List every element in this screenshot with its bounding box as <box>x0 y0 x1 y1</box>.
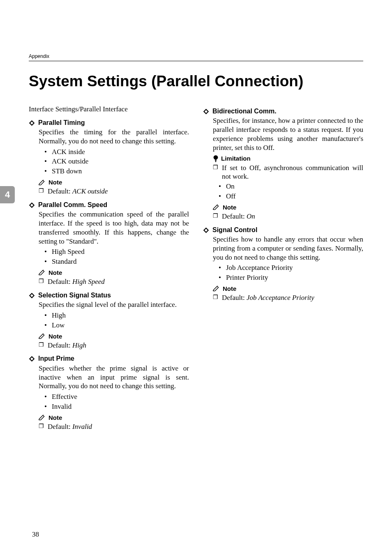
section-heading: Parallel Timing <box>38 119 85 127</box>
section-heading: Selection Signal Status <box>38 291 111 299</box>
section-heading: Input Prime <box>38 355 74 363</box>
section-input-prime: Input Prime Specifies whether the prime … <box>29 355 189 431</box>
pencil-icon <box>39 415 46 420</box>
intro-text: Interface Settings/Parallel Interface <box>29 105 189 114</box>
chapter-tab: 4 <box>0 186 15 203</box>
option-item: STB down <box>44 167 189 176</box>
pencil-icon <box>39 180 46 185</box>
section-desc: Specifies the communication speed of the… <box>39 210 189 246</box>
section-desc: Specifies, for instance, how a printer c… <box>213 116 363 152</box>
section-heading: Parallel Comm. Speed <box>38 201 107 209</box>
section-desc: Specifies how to handle any errors that … <box>213 235 363 262</box>
page-number: 38 <box>32 530 39 539</box>
note-item: Default: Job Acceptance Priority <box>213 293 363 302</box>
diamond-icon <box>203 108 209 115</box>
section-parallel-timing: Parallel Timing Specifies the timing for… <box>29 119 189 196</box>
diamond-icon <box>203 227 209 233</box>
section-parallel-comm-speed: Parallel Comm. Speed Specifies the commu… <box>29 201 189 286</box>
svg-point-16 <box>215 161 217 162</box>
diamond-icon <box>29 292 35 299</box>
limitation-label: Limitation <box>221 154 251 162</box>
section-selection-signal-status: Selection Signal Status Specifies the si… <box>29 291 189 350</box>
note-item: Default: High <box>39 341 189 350</box>
note-label: Note <box>48 332 62 340</box>
pencil-icon <box>39 269 46 275</box>
diamond-icon <box>29 202 35 208</box>
section-desc: Specifies whether the prime signal is ac… <box>39 364 189 391</box>
diamond-icon <box>29 356 35 362</box>
option-item: Off <box>219 192 363 201</box>
section-signal-control: Signal Control Specifies how to handle a… <box>203 226 363 302</box>
section-desc: Specifies the signal level of the parall… <box>39 300 189 309</box>
page-title: System Settings (Parallel Connection) <box>29 73 363 90</box>
diamond-icon <box>29 120 35 126</box>
left-column: Interface Settings/Parallel Interface Pa… <box>29 105 189 436</box>
section-desc: Specifies the timing for the parallel in… <box>39 128 189 146</box>
note-label: Note <box>48 269 62 276</box>
section-heading: Bidirectional Comm. <box>212 107 277 115</box>
option-item: Low <box>44 321 189 330</box>
section-bidirectional-comm: Bidirectional Comm. Specifies, for insta… <box>203 107 363 221</box>
note-item: Default: High Speed <box>39 277 189 286</box>
option-item: Job Acceptance Priority <box>219 263 363 272</box>
note-item: Default: ACK outside <box>39 187 189 196</box>
lightbulb-icon <box>213 155 219 162</box>
note-item: Default: On <box>213 212 363 221</box>
option-item: High <box>44 311 189 320</box>
note-label: Note <box>223 285 236 292</box>
option-item: High Speed <box>44 247 189 256</box>
pencil-icon <box>213 286 220 291</box>
right-column: Bidirectional Comm. Specifies, for insta… <box>203 105 363 436</box>
running-head: Appendix <box>29 53 363 61</box>
option-item: On <box>219 182 363 191</box>
note-label: Note <box>48 414 62 421</box>
option-item: Standard <box>44 257 189 266</box>
option-item: ACK outside <box>44 157 189 166</box>
pencil-icon <box>39 333 46 339</box>
option-item: Effective <box>44 392 189 401</box>
note-label: Note <box>223 203 236 211</box>
limitation-item: If set to Off, asynchronous communicatio… <box>213 164 363 182</box>
svg-point-14 <box>214 155 218 160</box>
pencil-icon <box>213 204 220 210</box>
section-heading: Signal Control <box>212 226 257 234</box>
note-label: Note <box>48 178 62 186</box>
option-item: Invalid <box>44 402 189 411</box>
note-item: Default: Invalid <box>39 422 189 431</box>
option-item: ACK inside <box>44 147 189 157</box>
svg-rect-15 <box>215 160 217 161</box>
option-item: Printer Priority <box>219 273 363 282</box>
